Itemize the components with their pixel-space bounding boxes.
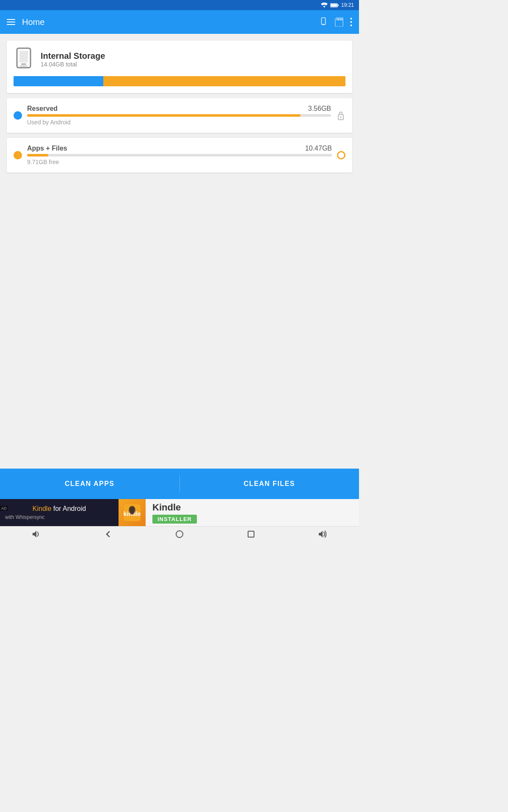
internal-storage-total: 14.04GB total: [41, 61, 105, 68]
svg-rect-15: [20, 65, 27, 66]
reserved-sub: Used by Android: [27, 119, 71, 126]
reserved-dot: [14, 111, 22, 120]
internal-storage-title: Internal Storage: [41, 51, 105, 61]
ad-app-name: Kindle: [152, 502, 181, 513]
svg-point-11: [351, 25, 352, 26]
reserved-name: Reserved: [27, 105, 58, 112]
battery-icon: [330, 3, 339, 8]
svg-rect-19: [340, 117, 341, 118]
svg-rect-24: [248, 531, 254, 537]
status-bar: 19:21: [0, 0, 359, 10]
hamburger-menu-button[interactable]: [7, 19, 15, 25]
reserved-card: Reserved 3.56GB Used by Android: [7, 98, 352, 133]
internal-storage-card: Internal Storage 14.04GB total: [7, 41, 352, 93]
main-content: Internal Storage 14.04GB total Reserved …: [0, 34, 359, 179]
phone-storage-icon: [14, 47, 34, 71]
reserved-info: Reserved 3.56GB Used by Android: [27, 105, 331, 126]
volume-down-icon[interactable]: [32, 530, 40, 538]
lock-icon: [336, 110, 345, 121]
clean-files-label: CLEAN FILES: [244, 480, 295, 488]
recent-apps-icon[interactable]: [247, 530, 255, 538]
volume-up-icon[interactable]: [318, 530, 327, 538]
svg-point-10: [351, 21, 352, 23]
home-icon[interactable]: [175, 530, 184, 538]
status-icons: 19:21: [321, 2, 354, 8]
svg-rect-14: [21, 63, 26, 65]
apps-files-ring-icon: [337, 151, 345, 159]
ad-left-section: Kindle for Android with Whispersync: [0, 499, 119, 526]
apps-files-bar: [27, 154, 332, 156]
svg-rect-3: [321, 18, 325, 25]
reserved-size: 3.56GB: [308, 105, 331, 112]
apps-files-card: Apps + Files 10.47GB 9.71GB free: [7, 138, 352, 173]
apps-files-bar-fill: [27, 154, 48, 156]
ad-kindle-brand: Kindle: [33, 505, 51, 512]
ad-right-section: Kindle INSTALLER: [146, 499, 359, 526]
phone-device-icon[interactable]: [319, 17, 328, 27]
clean-apps-label: CLEAN APPS: [65, 480, 115, 488]
app-bar-title: Home: [22, 17, 312, 27]
sd-card-icon[interactable]: [335, 17, 343, 27]
apps-files-dot: [14, 151, 22, 159]
storage-free-portion: [103, 76, 345, 86]
wifi-icon: [321, 3, 328, 8]
svg-rect-7: [340, 18, 341, 21]
reserved-bar-fill: [27, 114, 301, 117]
ad-installer-badge: INSTALLER: [152, 515, 197, 524]
ad-banner[interactable]: Kindle for Android with Whispersync kind…: [0, 499, 359, 526]
storage-used-portion: [14, 76, 103, 86]
svg-rect-1: [337, 4, 339, 5]
ad-subtitle: with Whispersync: [5, 514, 44, 520]
svg-rect-13: [19, 51, 28, 63]
svg-rect-4: [323, 24, 324, 25]
app-bar-actions: [319, 17, 352, 27]
apps-files-sub: 9.71GB free: [27, 159, 59, 165]
apps-files-size: 10.47GB: [305, 145, 332, 152]
ad-kindle-rest-title: for Android: [53, 505, 86, 512]
clean-files-button[interactable]: CLEAN FILES: [180, 469, 359, 499]
svg-rect-5: [337, 18, 338, 21]
app-bar: Home: [0, 10, 359, 34]
ad-app-icon: kindle: [119, 499, 146, 526]
reserved-bar: [27, 114, 331, 117]
svg-rect-2: [331, 4, 337, 6]
ad-label: AD: [0, 506, 8, 511]
apps-files-name: Apps + Files: [27, 145, 67, 152]
apps-files-info: Apps + Files 10.47GB 9.71GB free: [27, 145, 332, 166]
svg-point-23: [176, 531, 183, 538]
svg-point-9: [351, 18, 352, 19]
clean-apps-button[interactable]: CLEAN APPS: [0, 469, 179, 499]
bottom-action-bar: CLEAN APPS CLEAN FILES: [0, 469, 359, 499]
nav-bar: [0, 526, 359, 541]
svg-rect-6: [338, 18, 339, 21]
storage-progress-bar: [14, 76, 345, 86]
svg-rect-16: [19, 66, 28, 67]
status-time: 19:21: [341, 2, 354, 8]
back-icon[interactable]: [103, 530, 112, 538]
svg-rect-8: [342, 18, 342, 21]
more-options-icon[interactable]: [350, 17, 352, 27]
